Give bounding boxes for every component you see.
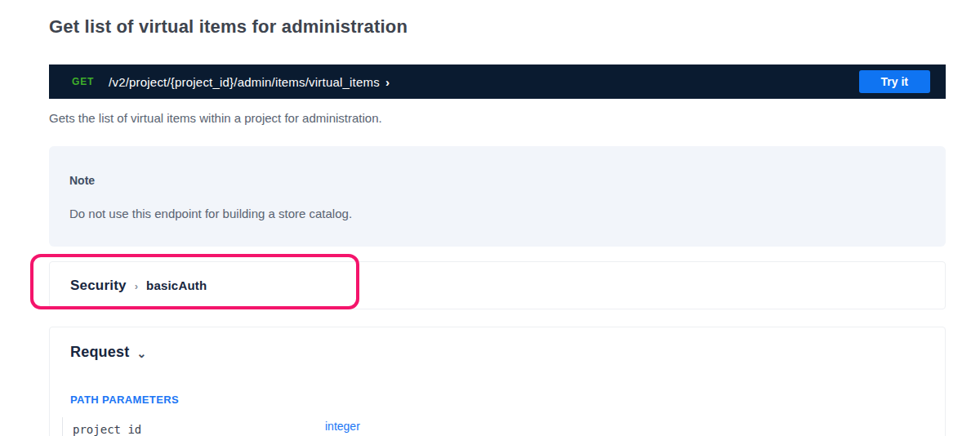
note-title: Note (69, 174, 925, 187)
http-method-badge: GET (72, 76, 94, 87)
security-label: Security (70, 278, 127, 294)
security-section[interactable]: Security › basicAuth (49, 261, 946, 309)
endpoint-description: Gets the list of virtual items within a … (49, 110, 946, 127)
request-section: Request ⌄ PATH PARAMETERS project_id int… (49, 327, 946, 436)
parameter-name: project_id (73, 417, 325, 436)
endpoint-path: /v2/project/{project_id}/admin/items/vir… (109, 75, 380, 89)
path-parameters-heading: PATH PARAMETERS (70, 394, 945, 406)
api-doc-page: Get list of virtual items for administra… (49, 0, 946, 436)
chevron-right-icon: › (385, 75, 390, 89)
chevron-down-icon: ⌄ (136, 349, 146, 358)
request-section-header[interactable]: Request ⌄ (70, 344, 945, 361)
note-callout: Note Do not use this endpoint for buildi… (49, 146, 946, 247)
security-scheme-basicauth[interactable]: basicAuth (146, 278, 207, 292)
note-body: Do not use this endpoint for building a … (69, 207, 925, 221)
parameter-type: integer (325, 417, 360, 433)
try-it-button[interactable]: Try it (859, 70, 930, 93)
endpoint-bar[interactable]: GET /v2/project/{project_id}/admin/items… (49, 65, 946, 99)
parameter-row: project_id integer (62, 417, 945, 436)
chevron-right-icon: › (135, 280, 138, 292)
page-title: Get list of virtual items for administra… (49, 0, 946, 38)
request-label: Request (70, 344, 129, 361)
